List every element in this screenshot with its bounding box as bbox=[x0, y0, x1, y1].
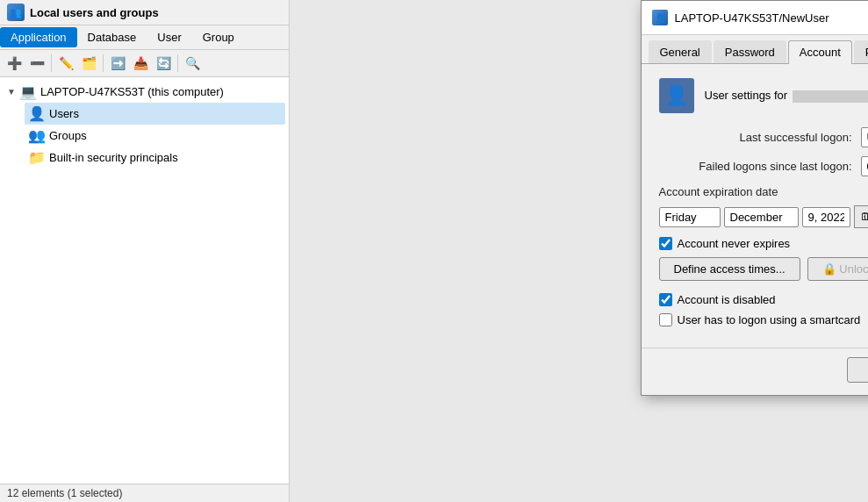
menu-database[interactable]: Database bbox=[77, 27, 147, 47]
dialog-title-left: 👤 LAPTOP-U47KS53T/NewUser bbox=[652, 10, 829, 25]
refresh-button[interactable]: 🔄 bbox=[153, 53, 174, 74]
dialog-footer: OK Cancel Apply bbox=[642, 348, 869, 395]
tree-child-builtin[interactable]: 📁 Built-in security principals bbox=[25, 147, 285, 169]
separator1 bbox=[51, 54, 52, 72]
user-title: User settings for /NewUser bbox=[705, 89, 869, 103]
tab-account[interactable]: Account bbox=[788, 40, 852, 64]
remove-button[interactable]: ➖ bbox=[26, 53, 47, 74]
tree-area: ▼ 💻 LAPTOP-U47KS53T (this computer) 👤 Us… bbox=[0, 77, 289, 484]
export-button[interactable]: ➡️ bbox=[107, 53, 128, 74]
dialog-content: 👤 User settings for /NewUser Last succes… bbox=[642, 64, 869, 348]
add-button[interactable]: ➕ bbox=[4, 53, 25, 74]
dialog-title: LAPTOP-U47KS53T/NewUser bbox=[675, 11, 829, 25]
failed-logons-row: Failed logons since last logon: bbox=[659, 156, 869, 176]
account-disabled-row: Account is disabled bbox=[659, 293, 869, 306]
user-path-masked bbox=[793, 90, 868, 103]
date-picker-button[interactable]: 🗓 bbox=[854, 205, 869, 228]
date-day-input[interactable] bbox=[659, 207, 721, 227]
ok-button[interactable]: OK bbox=[847, 357, 869, 383]
dialog-titlebar: 👤 LAPTOP-U47KS53T/NewUser ─ □ ✕ bbox=[642, 1, 869, 35]
tree-child-builtin-label: Built-in security principals bbox=[49, 151, 178, 164]
unlock-account-button[interactable]: 🔒 Unlock account bbox=[807, 257, 868, 281]
smartcard-label[interactable]: User has to logon using a smartcard bbox=[678, 313, 861, 326]
smartcard-checkbox[interactable] bbox=[659, 313, 672, 326]
search-button[interactable]: 🔍 bbox=[182, 53, 203, 74]
date-month-input[interactable] bbox=[724, 207, 799, 227]
user-settings-label: User settings for bbox=[705, 89, 788, 102]
user-avatar: 👤 bbox=[659, 78, 694, 113]
app-header: 👥 Local users and groups bbox=[0, 0, 289, 25]
date-year-input[interactable] bbox=[802, 207, 850, 227]
tree-child-groups-label: Groups bbox=[49, 129, 87, 142]
tree-root[interactable]: ▼ 💻 LAPTOP-U47KS53T (this computer) bbox=[4, 81, 285, 103]
groups-icon: 👥 bbox=[28, 127, 46, 144]
lock-icon: 🔒 bbox=[822, 262, 836, 276]
last-logon-label: Last successful logon: bbox=[659, 131, 861, 144]
tab-password[interactable]: Password bbox=[714, 40, 786, 63]
account-disabled-checkbox[interactable] bbox=[659, 293, 672, 306]
tree-child-users[interactable]: 👤 Users bbox=[25, 103, 285, 125]
right-area: 👤 LAPTOP-U47KS53T/NewUser ─ □ ✕ General … bbox=[290, 0, 868, 502]
never-expires-checkbox[interactable] bbox=[659, 237, 672, 250]
menu-application[interactable]: Application bbox=[0, 27, 77, 47]
app-title: Local users and groups bbox=[30, 6, 159, 19]
import-button[interactable]: 📥 bbox=[130, 53, 151, 74]
last-logon-row: Last successful logon: bbox=[659, 127, 869, 147]
builtin-icon: 📁 bbox=[28, 149, 46, 166]
date-row: 🗓 ▲ ▼ bbox=[659, 205, 869, 228]
account-disabled-label[interactable]: Account is disabled bbox=[678, 293, 776, 306]
menu-user[interactable]: User bbox=[147, 27, 191, 47]
define-access-button[interactable]: Define access times... bbox=[659, 257, 800, 281]
failed-logons-label: Failed logons since last logon: bbox=[659, 160, 861, 173]
failed-logons-input bbox=[861, 156, 869, 176]
status-text: 12 elements (1 selected) bbox=[7, 487, 122, 499]
user-header: 👤 User settings for /NewUser bbox=[659, 78, 869, 113]
separator3 bbox=[177, 54, 178, 72]
tabs: General Password Account Profile Group m… bbox=[642, 35, 869, 64]
tab-general[interactable]: General bbox=[649, 40, 712, 63]
properties-button[interactable]: 🗂️ bbox=[78, 53, 99, 74]
last-logon-input bbox=[861, 127, 869, 147]
menu-bar: Application Database User Group bbox=[0, 25, 289, 50]
expiration-section-title: Account expiration date bbox=[659, 185, 869, 198]
menu-group[interactable]: Group bbox=[192, 27, 245, 47]
tree-root-label: LAPTOP-U47KS53T (this computer) bbox=[40, 85, 224, 98]
toolbar: ➕ ➖ ✏️ 🗂️ ➡️ 📥 🔄 🔍 bbox=[0, 50, 289, 77]
dialog-overlay: 👤 LAPTOP-U47KS53T/NewUser ─ □ ✕ General … bbox=[579, 0, 868, 502]
status-bar: 12 elements (1 selected) bbox=[0, 484, 289, 502]
never-expires-label[interactable]: Account never expires bbox=[678, 237, 791, 250]
dialog: 👤 LAPTOP-U47KS53T/NewUser ─ □ ✕ General … bbox=[641, 0, 869, 396]
smartcard-row: User has to logon using a smartcard bbox=[659, 313, 869, 326]
edit-button[interactable]: ✏️ bbox=[55, 53, 76, 74]
tab-profile[interactable]: Profile bbox=[854, 40, 868, 63]
tree-children: 👤 Users 👥 Groups 📁 Built-in security pri… bbox=[4, 103, 285, 169]
users-icon: 👤 bbox=[28, 105, 46, 122]
app-icon: 👥 bbox=[7, 4, 25, 21]
action-buttons-row: Define access times... 🔒 Unlock account bbox=[659, 257, 869, 281]
tree-child-groups[interactable]: 👥 Groups bbox=[25, 125, 285, 147]
never-expires-row: Account never expires bbox=[659, 237, 869, 250]
dialog-title-icon: 👤 bbox=[652, 10, 668, 25]
tree-child-users-label: Users bbox=[49, 107, 79, 120]
separator2 bbox=[103, 54, 104, 72]
tree-expand-icon: ▼ bbox=[7, 87, 16, 97]
computer-icon: 💻 bbox=[19, 83, 37, 100]
